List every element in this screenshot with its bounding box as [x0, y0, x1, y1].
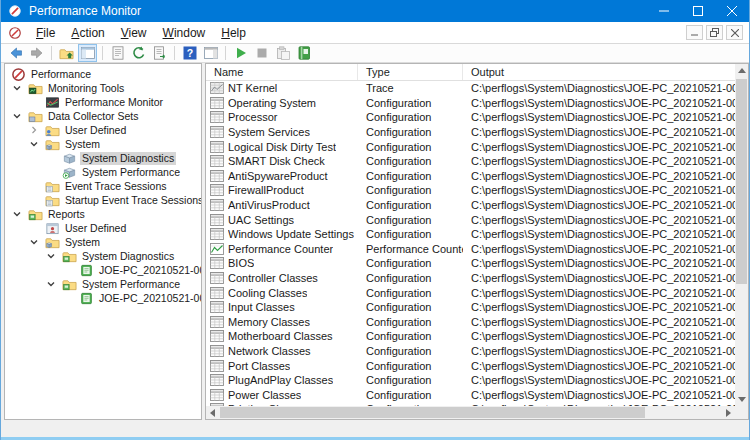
list-row-performance-counter[interactable]: Performance CounterPerformance CounterC:…	[206, 242, 735, 257]
scroll-down-icon[interactable]	[735, 393, 748, 406]
horizontal-scroll-thumb[interactable]	[220, 407, 645, 418]
list-row-network-classes[interactable]: Network ClassesConfigurationC:\perflogs\…	[206, 344, 735, 359]
chevron-collapsed-icon[interactable]	[27, 125, 41, 135]
tree-item-system[interactable]: System	[5, 235, 201, 249]
tree-item-performance[interactable]: Performance	[5, 67, 201, 81]
row-output: C:\perflogs\System\Diagnostics\JOE-PC_20…	[463, 316, 735, 328]
folder-reports-icon	[27, 207, 43, 222]
tree-item-system[interactable]: System	[5, 137, 201, 151]
list-row-controller-classes[interactable]: Controller ClassesConfigurationC:\perflo…	[206, 271, 735, 286]
list-row-port-classes[interactable]: Port ClassesConfigurationC:\perflogs\Sys…	[206, 358, 735, 373]
column-header-type[interactable]: Type	[358, 64, 463, 80]
toolbar-separator	[225, 46, 226, 60]
chevron-expanded-icon[interactable]	[44, 251, 58, 261]
show-console-tree-button[interactable]	[78, 44, 97, 62]
tree-item-user-defined[interactable]: User Defined	[5, 123, 201, 137]
list-row-smart-disk-check[interactable]: SMART Disk CheckConfigurationC:\perflogs…	[206, 154, 735, 169]
list-row-input-classes[interactable]: Input ClassesConfigurationC:\perflogs\Sy…	[206, 300, 735, 315]
copy-properties-button[interactable]	[273, 44, 292, 62]
list-row-nt-kernel[interactable]: NT KernelTraceC:\perflogs\System\Diagnos…	[206, 81, 735, 96]
list-row-cooling-classes[interactable]: Cooling ClassesConfigurationC:\perflogs\…	[206, 285, 735, 300]
tree-item-startup-event-trace-sessions[interactable]: Startup Event Trace Sessions	[5, 193, 201, 207]
child-minimize-button[interactable]	[686, 25, 703, 40]
view-report-button[interactable]	[294, 44, 313, 62]
list-row-system-services[interactable]: System ServicesConfigurationC:\perflogs\…	[206, 125, 735, 140]
scroll-up-icon[interactable]	[735, 64, 748, 77]
tree-item-system-diagnostics[interactable]: System Diagnostics	[5, 151, 201, 165]
row-name: Processor	[228, 111, 278, 123]
row-output: C:\perflogs\System\Diagnostics\JOE-PC_20…	[463, 330, 735, 342]
chevron-expanded-icon[interactable]	[10, 111, 24, 121]
collector-set-icon	[61, 151, 77, 166]
menu-action[interactable]: Action	[63, 23, 112, 43]
refresh-button[interactable]	[129, 44, 148, 62]
chevron-expanded-icon[interactable]	[27, 139, 41, 149]
horizontal-scrollbar[interactable]	[206, 406, 735, 419]
close-button[interactable]	[715, 0, 749, 22]
row-type: Configuration	[358, 389, 463, 401]
minimize-button[interactable]	[647, 0, 681, 22]
scroll-left-icon[interactable]	[206, 406, 219, 419]
row-type: Configuration	[358, 345, 463, 357]
start-button[interactable]	[231, 44, 250, 62]
stop-button[interactable]	[252, 44, 271, 62]
tree-item-user-defined[interactable]: User Defined	[5, 221, 201, 235]
menu-items: FileActionViewWindowHelp	[28, 23, 254, 43]
forward-button[interactable]	[27, 44, 46, 62]
tree-item-joe-pc-20210521-000001[interactable]: JOE-PC_20210521-000001	[5, 291, 201, 305]
config-icon	[210, 228, 224, 240]
list-row-plugandplay-classes[interactable]: PlugAndPlay ClassesConfigurationC:\perfl…	[206, 373, 735, 388]
menu-help[interactable]: Help	[213, 23, 254, 43]
chevron-expanded-icon[interactable]	[27, 237, 41, 247]
list-row-operating-system[interactable]: Operating SystemConfigurationC:\perflogs…	[206, 96, 735, 111]
config-icon	[210, 389, 224, 401]
list-row-motherboard-classes[interactable]: Motherboard ClassesConfigurationC:\perfl…	[206, 329, 735, 344]
config-icon	[210, 287, 224, 299]
menu-window[interactable]: Window	[155, 23, 214, 43]
tree-item-system-performance[interactable]: System Performance	[5, 277, 201, 291]
tree-item-performance-monitor[interactable]: Performance Monitor	[5, 95, 201, 109]
show-action-pane-button[interactable]	[201, 44, 220, 62]
tree-item-reports[interactable]: Reports	[5, 207, 201, 221]
chevron-expanded-icon[interactable]	[10, 83, 24, 93]
list-row-windows-update-settings[interactable]: Windows Update SettingsConfigurationC:\p…	[206, 227, 735, 242]
list-row-memory-classes[interactable]: Memory ClassesConfigurationC:\perflogs\S…	[206, 315, 735, 330]
chevron-expanded-icon[interactable]	[10, 209, 24, 219]
tree-item-system-diagnostics[interactable]: System Diagnostics	[5, 249, 201, 263]
maximize-button[interactable]	[681, 0, 715, 22]
column-header-name[interactable]: Name	[206, 64, 358, 80]
list-row-bios[interactable]: BIOSConfigurationC:\perflogs\System\Diag…	[206, 256, 735, 271]
tree-item-event-trace-sessions[interactable]: Event Trace Sessions	[5, 179, 201, 193]
child-close-button[interactable]	[726, 25, 743, 40]
row-type: Configuration	[358, 141, 463, 153]
back-button[interactable]	[6, 44, 25, 62]
copy-properties-icon	[275, 45, 291, 61]
list-row-antivirusproduct[interactable]: AntiVirusProductConfigurationC:\perflogs…	[206, 198, 735, 213]
list-row-antispywareproduct[interactable]: AntiSpywareProductConfigurationC:\perflo…	[206, 169, 735, 184]
row-output: C:\perflogs\System\Diagnostics\JOE-PC_20…	[463, 301, 735, 313]
list-row-logical-disk-dirty-test[interactable]: Logical Disk Dirty TestConfigurationC:\p…	[206, 139, 735, 154]
tree-item-joe-pc-20210521-000001[interactable]: JOE-PC_20210521-000001	[5, 263, 201, 277]
column-header-output[interactable]: Output	[463, 64, 735, 80]
help-button[interactable]: ?	[180, 44, 199, 62]
list-row-processor[interactable]: ProcessorConfigurationC:\perflogs\System…	[206, 110, 735, 125]
row-type: Configuration	[358, 214, 463, 226]
row-name: AntiSpywareProduct	[228, 170, 328, 182]
scroll-right-icon[interactable]	[722, 406, 735, 419]
properties-button[interactable]	[108, 44, 127, 62]
menu-file[interactable]: File	[28, 23, 63, 43]
tree-item-data-collector-sets[interactable]: Data Collector Sets	[5, 109, 201, 123]
report-user-icon	[44, 221, 60, 236]
export-list-button[interactable]	[150, 44, 169, 62]
chevron-expanded-icon[interactable]	[44, 279, 58, 289]
vertical-scrollbar[interactable]	[735, 64, 748, 406]
tree-item-system-performance[interactable]: System Performance	[5, 165, 201, 179]
child-restore-button[interactable]	[706, 25, 723, 40]
vertical-scroll-thumb[interactable]	[736, 79, 747, 284]
tree-item-monitoring-tools[interactable]: Monitoring Tools	[5, 81, 201, 95]
list-row-uac-settings[interactable]: UAC SettingsConfigurationC:\perflogs\Sys…	[206, 212, 735, 227]
up-one-level-button[interactable]	[57, 44, 76, 62]
menu-view[interactable]: View	[113, 23, 155, 43]
list-row-firewallproduct[interactable]: FirewallProductConfigurationC:\perflogs\…	[206, 183, 735, 198]
list-row-power-classes[interactable]: Power ClassesConfigurationC:\perflogs\Sy…	[206, 387, 735, 402]
